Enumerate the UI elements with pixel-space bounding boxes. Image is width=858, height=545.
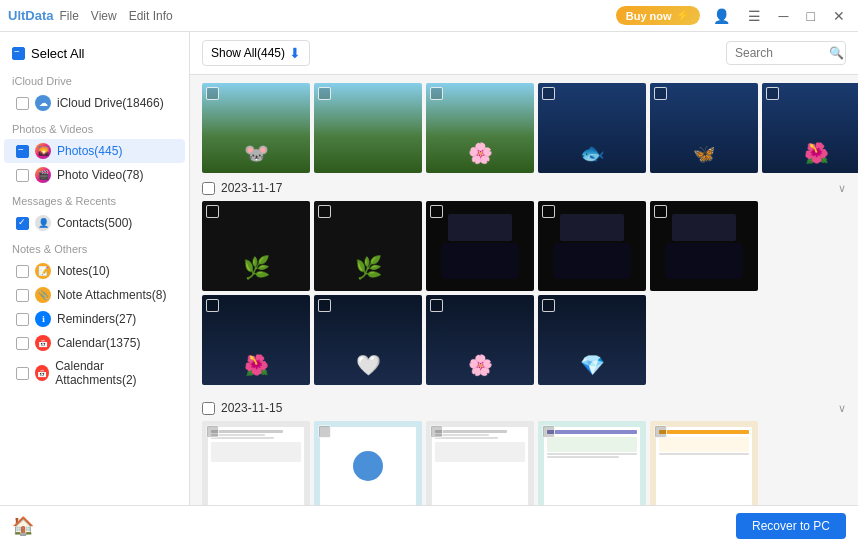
date-label-2023-11-15[interactable]: 2023-11-15 [202, 401, 282, 415]
date-group-checkbox-2[interactable] [202, 402, 215, 415]
photo-checkbox[interactable] [318, 205, 331, 218]
sidebar-item-note-attachments[interactable]: 📎 Note Attachments(8) [4, 283, 185, 307]
photo-checkbox[interactable] [654, 87, 667, 100]
photo-checkbox[interactable] [318, 299, 331, 312]
photo-item-screenshot[interactable] [426, 421, 534, 505]
photo-grid-area: 🐭 🌸 🐟 🦋 🌺 [190, 75, 858, 505]
photo-video-label: Photo Video(78) [57, 168, 144, 182]
photo-video-icon: 🎬 [35, 167, 51, 183]
photo-grid-2023-11-17: 🌿 🌿 [202, 201, 846, 385]
user-icon-button[interactable]: 👤 [708, 6, 735, 26]
recover-button[interactable]: Recover to PC [736, 513, 846, 539]
icloud-drive-checkbox[interactable] [16, 97, 29, 110]
photo-item[interactable]: 🌺 [202, 295, 310, 385]
titlebar-right: Buy now ⚡ 👤 ☰ ─ □ ✕ [616, 6, 850, 26]
filter-label: Show All(445) [211, 46, 285, 60]
photo-checkbox[interactable] [654, 425, 667, 438]
close-button[interactable]: ✕ [828, 6, 850, 26]
nav-file[interactable]: File [60, 9, 79, 23]
photo-item[interactable]: 💎 [538, 295, 646, 385]
photo-item[interactable]: 🦋 [650, 83, 758, 173]
section-title-notes: Notes & Others [0, 235, 189, 259]
nav-edit[interactable]: Edit Info [129, 9, 173, 23]
date-group-checkbox[interactable] [202, 182, 215, 195]
photo-checkbox[interactable] [206, 425, 219, 438]
notes-checkbox[interactable] [16, 265, 29, 278]
titlebar-left: UltData File View Edit Info [8, 8, 173, 23]
calendar-checkbox[interactable] [16, 337, 29, 350]
sidebar-item-calendar-attachments[interactable]: 📅 Calendar Attachments(2) [4, 355, 185, 391]
sidebar-item-photos[interactable]: 🌄 Photos(445) [4, 139, 185, 163]
dropdown-arrow-icon: ⬇ [289, 45, 301, 61]
search-box: 🔍 [726, 41, 846, 65]
sidebar-item-calendar[interactable]: 📅 Calendar(1375) [4, 331, 185, 355]
photos-checkbox[interactable] [16, 145, 29, 158]
sidebar: Select All iCloud Drive ☁ iCloud Drive(1… [0, 32, 190, 505]
photo-item[interactable]: 🌺 [762, 83, 858, 173]
photo-item-screenshot[interactable] [650, 421, 758, 505]
photo-item[interactable]: 🤍 [314, 295, 422, 385]
select-all-item[interactable]: Select All [0, 40, 189, 67]
sidebar-item-reminders[interactable]: ℹ Reminders(27) [4, 307, 185, 331]
nav-view[interactable]: View [91, 9, 117, 23]
maximize-button[interactable]: □ [802, 6, 820, 26]
contacts-checkbox[interactable] [16, 217, 29, 230]
photo-item[interactable]: 🐟 [538, 83, 646, 173]
photo-item[interactable] [538, 201, 646, 291]
icloud-icon: ☁ [35, 95, 51, 111]
note-attach-checkbox[interactable] [16, 289, 29, 302]
photo-checkbox[interactable] [206, 299, 219, 312]
photo-checkbox[interactable] [430, 87, 443, 100]
date-group-2023-11-15: 2023-11-15 ∨ [202, 397, 846, 505]
photo-item[interactable] [650, 201, 758, 291]
photo-checkbox[interactable] [654, 205, 667, 218]
buy-now-button[interactable]: Buy now ⚡ [616, 6, 700, 25]
select-all-label: Select All [31, 46, 84, 61]
photo-checkbox[interactable] [318, 87, 331, 100]
sidebar-item-contacts[interactable]: 👤 Contacts(500) [4, 211, 185, 235]
top-photo-row: 🐭 🌸 🐟 🦋 🌺 [202, 83, 846, 173]
sidebar-item-photo-video[interactable]: 🎬 Photo Video(78) [4, 163, 185, 187]
photo-checkbox[interactable] [430, 205, 443, 218]
photo-item-screenshot[interactable] [314, 421, 422, 505]
date-group-chevron-2[interactable]: ∨ [838, 402, 846, 415]
photo-item[interactable]: 🌸 [426, 295, 534, 385]
photo-item-screenshot[interactable] [202, 421, 310, 505]
select-all-checkbox[interactable] [12, 47, 25, 60]
photo-checkbox[interactable] [542, 299, 555, 312]
photo-item[interactable]: 🐭 [202, 83, 310, 173]
photo-checkbox[interactable] [206, 205, 219, 218]
minimize-button[interactable]: ─ [774, 6, 794, 26]
photo-item[interactable] [314, 83, 422, 173]
photo-item-screenshot[interactable] [538, 421, 646, 505]
photo-video-checkbox[interactable] [16, 169, 29, 182]
date-group-chevron[interactable]: ∨ [838, 182, 846, 195]
photo-checkbox[interactable] [206, 87, 219, 100]
photo-item[interactable] [426, 201, 534, 291]
menu-button[interactable]: ☰ [743, 6, 766, 26]
filter-dropdown[interactable]: Show All(445) ⬇ [202, 40, 310, 66]
photo-checkbox[interactable] [542, 87, 555, 100]
sidebar-item-notes[interactable]: 📝 Notes(10) [4, 259, 185, 283]
photo-item[interactable]: 🌿 [314, 201, 422, 291]
toolbar: Show All(445) ⬇ 🔍 [190, 32, 858, 75]
search-icon: 🔍 [829, 46, 844, 60]
photo-checkbox[interactable] [430, 425, 443, 438]
calendar-icon: 📅 [35, 335, 51, 351]
photo-checkbox[interactable] [542, 205, 555, 218]
date-label-2023-11-17[interactable]: 2023-11-17 [202, 181, 282, 195]
calendar-attach-checkbox[interactable] [16, 367, 29, 380]
icloud-drive-label: iCloud Drive(18466) [57, 96, 164, 110]
photo-checkbox[interactable] [318, 425, 331, 438]
search-input[interactable] [735, 46, 825, 60]
sidebar-item-icloud-drive[interactable]: ☁ iCloud Drive(18466) [4, 91, 185, 115]
reminders-checkbox[interactable] [16, 313, 29, 326]
photo-item[interactable]: 🌿 [202, 201, 310, 291]
photo-checkbox[interactable] [430, 299, 443, 312]
bottom-bar: 🏠 Recover to PC [0, 505, 858, 545]
photo-item[interactable]: 🌸 [426, 83, 534, 173]
home-button[interactable]: 🏠 [12, 515, 34, 537]
section-title-icloud: iCloud Drive [0, 67, 189, 91]
photo-checkbox[interactable] [766, 87, 779, 100]
photo-checkbox[interactable] [542, 425, 555, 438]
